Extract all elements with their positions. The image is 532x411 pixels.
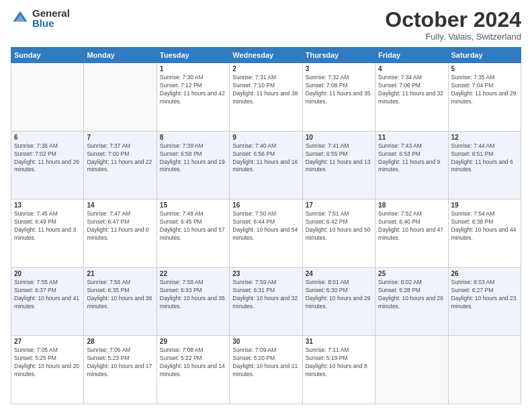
day-info: Sunrise: 7:48 AMSunset: 6:45 PMDaylight:… bbox=[160, 210, 226, 242]
header-row: SundayMondayTuesdayWednesdayThursdayFrid… bbox=[11, 48, 521, 63]
day-cell: 26Sunrise: 8:03 AMSunset: 6:27 PMDayligh… bbox=[448, 267, 521, 336]
day-number: 25 bbox=[378, 270, 445, 277]
week-row-3: 13Sunrise: 7:45 AMSunset: 6:49 PMDayligh… bbox=[11, 199, 521, 268]
day-info: Sunrise: 7:50 AMSunset: 6:44 PMDaylight:… bbox=[232, 210, 299, 242]
day-info: Sunrise: 7:08 AMSunset: 5:22 PMDaylight:… bbox=[160, 347, 226, 379]
logo-blue: Blue bbox=[32, 18, 70, 28]
day-cell: 8Sunrise: 7:39 AMSunset: 6:58 PMDaylight… bbox=[157, 131, 229, 199]
day-number: 29 bbox=[160, 338, 226, 345]
day-cell: 7Sunrise: 7:37 AMSunset: 7:00 PMDaylight… bbox=[84, 131, 157, 199]
col-header-monday: Monday bbox=[84, 48, 157, 63]
day-number: 15 bbox=[160, 201, 226, 209]
day-info: Sunrise: 7:34 AMSunset: 7:06 PMDaylight:… bbox=[378, 74, 445, 106]
day-number: 6 bbox=[14, 134, 81, 141]
day-cell: 15Sunrise: 7:48 AMSunset: 6:45 PMDayligh… bbox=[157, 199, 229, 268]
week-row-5: 27Sunrise: 7:05 AMSunset: 5:25 PMDayligh… bbox=[11, 336, 521, 404]
day-cell: 2Sunrise: 7:31 AMSunset: 7:10 PMDaylight… bbox=[230, 63, 302, 132]
day-info: Sunrise: 7:31 AMSunset: 7:10 PMDaylight:… bbox=[232, 74, 299, 106]
day-number: 9 bbox=[232, 134, 299, 141]
day-cell: 12Sunrise: 7:44 AMSunset: 6:51 PMDayligh… bbox=[448, 131, 521, 199]
day-info: Sunrise: 7:39 AMSunset: 6:58 PMDaylight:… bbox=[160, 142, 226, 175]
day-cell: 13Sunrise: 7:45 AMSunset: 6:49 PMDayligh… bbox=[11, 199, 84, 268]
day-cell: 25Sunrise: 8:02 AMSunset: 6:28 PMDayligh… bbox=[375, 267, 448, 336]
day-cell: 9Sunrise: 7:40 AMSunset: 6:56 PMDaylight… bbox=[230, 131, 302, 199]
day-number: 10 bbox=[306, 134, 372, 141]
day-info: Sunrise: 7:40 AMSunset: 6:56 PMDaylight:… bbox=[232, 142, 299, 175]
day-number: 4 bbox=[378, 65, 445, 73]
day-cell: 18Sunrise: 7:52 AMSunset: 6:40 PMDayligh… bbox=[375, 199, 448, 268]
day-cell: 1Sunrise: 7:30 AMSunset: 7:12 PMDaylight… bbox=[157, 63, 229, 132]
day-number: 30 bbox=[232, 338, 299, 345]
title-block: October 2024 Fully, Valais, Switzerland bbox=[385, 8, 521, 42]
day-cell: 23Sunrise: 7:59 AMSunset: 6:31 PMDayligh… bbox=[230, 267, 302, 336]
calendar: SundayMondayTuesdayWednesdayThursdayFrid… bbox=[11, 47, 521, 404]
day-info: Sunrise: 7:45 AMSunset: 6:49 PMDaylight:… bbox=[14, 210, 81, 242]
day-info: Sunrise: 8:01 AMSunset: 6:30 PMDaylight:… bbox=[306, 279, 372, 311]
day-number: 3 bbox=[306, 65, 372, 73]
week-row-4: 20Sunrise: 7:55 AMSunset: 6:37 PMDayligh… bbox=[11, 267, 521, 336]
day-number: 17 bbox=[306, 201, 372, 209]
day-cell: 28Sunrise: 7:06 AMSunset: 5:23 PMDayligh… bbox=[84, 336, 157, 404]
day-number: 22 bbox=[160, 270, 226, 277]
day-cell: 10Sunrise: 7:41 AMSunset: 6:55 PMDayligh… bbox=[302, 131, 375, 199]
day-cell: 30Sunrise: 7:09 AMSunset: 5:20 PMDayligh… bbox=[230, 336, 302, 404]
day-number: 5 bbox=[451, 65, 518, 73]
day-cell: 20Sunrise: 7:55 AMSunset: 6:37 PMDayligh… bbox=[11, 267, 84, 336]
day-number: 7 bbox=[87, 134, 153, 141]
day-number: 31 bbox=[306, 338, 372, 345]
week-row-1: 1Sunrise: 7:30 AMSunset: 7:12 PMDaylight… bbox=[11, 63, 521, 132]
page: General Blue October 2024 Fully, Valais,… bbox=[0, 0, 532, 411]
day-cell: 6Sunrise: 7:36 AMSunset: 7:02 PMDaylight… bbox=[11, 131, 84, 199]
day-number: 27 bbox=[14, 338, 81, 345]
day-number: 1 bbox=[160, 65, 226, 73]
day-info: Sunrise: 7:05 AMSunset: 5:25 PMDaylight:… bbox=[14, 347, 81, 379]
col-header-friday: Friday bbox=[375, 48, 448, 63]
day-number: 21 bbox=[87, 270, 153, 277]
day-number: 28 bbox=[87, 338, 153, 345]
col-header-saturday: Saturday bbox=[448, 48, 521, 63]
col-header-thursday: Thursday bbox=[302, 48, 375, 63]
day-cell: 27Sunrise: 7:05 AMSunset: 5:25 PMDayligh… bbox=[11, 336, 84, 404]
day-cell: 21Sunrise: 7:56 AMSunset: 6:35 PMDayligh… bbox=[84, 267, 157, 336]
day-number: 19 bbox=[451, 201, 518, 209]
day-info: Sunrise: 8:02 AMSunset: 6:28 PMDaylight:… bbox=[378, 279, 445, 311]
col-header-tuesday: Tuesday bbox=[157, 48, 229, 63]
day-cell: 22Sunrise: 7:58 AMSunset: 6:33 PMDayligh… bbox=[157, 267, 229, 336]
day-number: 11 bbox=[378, 134, 445, 141]
day-cell bbox=[84, 63, 157, 132]
subtitle: Fully, Valais, Switzerland bbox=[385, 32, 521, 42]
day-info: Sunrise: 7:35 AMSunset: 7:04 PMDaylight:… bbox=[451, 74, 518, 106]
day-info: Sunrise: 7:51 AMSunset: 6:42 PMDaylight:… bbox=[306, 210, 372, 242]
day-info: Sunrise: 7:55 AMSunset: 6:37 PMDaylight:… bbox=[14, 279, 81, 311]
day-cell: 4Sunrise: 7:34 AMSunset: 7:06 PMDaylight… bbox=[375, 63, 448, 132]
day-info: Sunrise: 7:43 AMSunset: 6:53 PMDaylight:… bbox=[378, 142, 445, 175]
day-number: 18 bbox=[378, 201, 445, 209]
day-number: 24 bbox=[306, 270, 372, 277]
day-cell bbox=[11, 63, 84, 132]
day-number: 23 bbox=[232, 270, 299, 277]
header: General Blue October 2024 Fully, Valais,… bbox=[11, 8, 521, 42]
day-cell bbox=[375, 336, 448, 404]
day-cell: 31Sunrise: 7:11 AMSunset: 5:19 PMDayligh… bbox=[302, 336, 375, 404]
logo: General Blue bbox=[11, 8, 70, 28]
day-cell: 24Sunrise: 8:01 AMSunset: 6:30 PMDayligh… bbox=[302, 267, 375, 336]
day-info: Sunrise: 7:47 AMSunset: 6:47 PMDaylight:… bbox=[87, 210, 153, 242]
col-header-sunday: Sunday bbox=[11, 48, 84, 63]
day-cell: 29Sunrise: 7:08 AMSunset: 5:22 PMDayligh… bbox=[157, 336, 229, 404]
day-info: Sunrise: 7:06 AMSunset: 5:23 PMDaylight:… bbox=[87, 347, 153, 379]
day-number: 13 bbox=[14, 201, 81, 209]
day-number: 20 bbox=[14, 270, 81, 277]
main-title: October 2024 bbox=[385, 8, 521, 32]
day-info: Sunrise: 7:11 AMSunset: 5:19 PMDaylight:… bbox=[306, 347, 372, 379]
day-info: Sunrise: 7:52 AMSunset: 6:40 PMDaylight:… bbox=[378, 210, 445, 242]
day-cell bbox=[448, 336, 521, 404]
day-number: 12 bbox=[451, 134, 518, 141]
logo-general: General bbox=[32, 8, 70, 18]
day-info: Sunrise: 7:36 AMSunset: 7:02 PMDaylight:… bbox=[14, 142, 81, 175]
day-info: Sunrise: 7:41 AMSunset: 6:55 PMDaylight:… bbox=[306, 142, 372, 175]
day-number: 16 bbox=[232, 201, 299, 209]
day-cell: 16Sunrise: 7:50 AMSunset: 6:44 PMDayligh… bbox=[230, 199, 302, 268]
logo-text: General Blue bbox=[32, 8, 70, 28]
day-cell: 3Sunrise: 7:32 AMSunset: 7:08 PMDaylight… bbox=[302, 63, 375, 132]
day-info: Sunrise: 7:54 AMSunset: 6:38 PMDaylight:… bbox=[451, 210, 518, 242]
